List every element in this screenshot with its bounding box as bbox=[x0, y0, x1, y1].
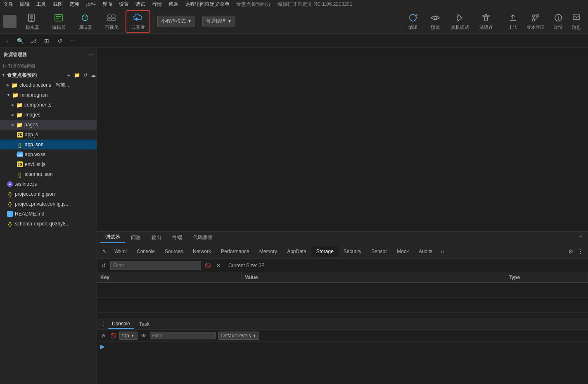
tab-performance[interactable]: Performance bbox=[216, 246, 254, 257]
tab-terminal[interactable]: 终端 bbox=[167, 232, 187, 243]
tab-sensor[interactable]: Sensor bbox=[366, 246, 392, 257]
settings-icon[interactable]: ⚙ bbox=[566, 247, 576, 256]
menu-settings[interactable]: 设置 bbox=[119, 1, 129, 8]
more-icon[interactable]: ⋯ bbox=[69, 36, 78, 45]
tree-item-miniprogram[interactable]: ▼ 📁 miniprogram bbox=[0, 90, 97, 100]
tab-debugger[interactable]: 调试器 bbox=[100, 232, 125, 243]
tab-wxml[interactable]: Wxml bbox=[109, 246, 132, 257]
tab-audits[interactable]: Audits bbox=[414, 246, 437, 257]
console-levels-select[interactable]: Default levels ▼ bbox=[218, 332, 259, 340]
console-dot-menu[interactable]: ⋮ bbox=[100, 321, 107, 327]
tab-network[interactable]: Network bbox=[188, 246, 216, 257]
version-button[interactable]: 版本管理 bbox=[523, 10, 548, 33]
wxss-file-icon: CSS bbox=[17, 151, 23, 158]
menu-help[interactable]: 帮助 bbox=[168, 1, 178, 8]
tree-item-cloudfunctions[interactable]: ▶ 📁 cloudfunctions | 当前... bbox=[0, 80, 97, 90]
console-prompt[interactable]: ▶ bbox=[100, 343, 585, 350]
tree-item-appwxss[interactable]: CSS app.wxss bbox=[0, 149, 97, 159]
tree-item-images[interactable]: ▶ 📁 images bbox=[0, 110, 97, 120]
tree-item-appjs[interactable]: JS app.js bbox=[0, 130, 97, 140]
compile-button[interactable]: 编译 bbox=[403, 10, 423, 33]
svg-rect-11 bbox=[108, 18, 111, 21]
tab-memory[interactable]: Memory bbox=[254, 246, 282, 257]
tree-item-eslint[interactable]: ● .eslintrc.js bbox=[0, 179, 97, 189]
preview-button[interactable]: 预览 bbox=[425, 10, 446, 33]
tree-item-pages[interactable]: ▶ 📁 pages bbox=[0, 120, 97, 130]
sidebar-more-icon[interactable]: ⋯ bbox=[89, 52, 94, 57]
tree-item-components[interactable]: ▶ 📁 components bbox=[0, 100, 97, 110]
tab-console-main[interactable]: Console bbox=[108, 320, 134, 329]
collapse-panel-icon[interactable]: ⌃ bbox=[576, 235, 585, 241]
new-file-icon[interactable]: + bbox=[2, 36, 12, 45]
filter-input[interactable] bbox=[110, 261, 201, 270]
upload-button[interactable]: 上传 bbox=[505, 10, 521, 33]
tab-security[interactable]: Security bbox=[339, 246, 366, 257]
folder-icon[interactable]: 📁 bbox=[73, 72, 81, 78]
editor-icon bbox=[53, 12, 64, 24]
more-options-icon[interactable]: ⋮ bbox=[576, 247, 586, 256]
detail-button[interactable]: 详情 bbox=[550, 10, 567, 33]
tree-item-sitemapjson[interactable]: {} sitemap.json bbox=[0, 169, 97, 179]
refresh-icon[interactable]: ↺ bbox=[55, 36, 64, 45]
console-block-icon[interactable]: 🚫 bbox=[109, 332, 117, 339]
real-debug-button[interactable]: 真机调试 bbox=[447, 10, 473, 33]
console-area: ⋮ Console Task ⊘ 🚫 top ▼ 👁 bbox=[97, 318, 588, 384]
section-open-editors[interactable]: ▷ 打开的编辑器 bbox=[0, 61, 97, 70]
project-root[interactable]: ▼ 食堂点餐预约 + 📁 ↺ ☁ bbox=[0, 70, 97, 80]
grid-icon[interactable]: ⊞ bbox=[42, 36, 51, 45]
tab-task[interactable]: Task bbox=[135, 320, 154, 328]
menu-tools[interactable]: 工具 bbox=[36, 1, 46, 8]
tab-code-quality[interactable]: 代码质量 bbox=[188, 232, 218, 243]
tab-output[interactable]: 输出 bbox=[147, 232, 166, 243]
refresh-tree-icon[interactable]: ↺ bbox=[83, 72, 88, 78]
filter-refresh-icon[interactable]: ↺ bbox=[100, 261, 108, 270]
visible-button[interactable]: 可视化 bbox=[99, 10, 124, 33]
menu-options[interactable]: 选项 bbox=[69, 1, 79, 8]
menu-market[interactable]: 行情 bbox=[152, 1, 162, 8]
source-control-icon[interactable]: ⎇ bbox=[29, 36, 38, 45]
console-filter-input[interactable] bbox=[150, 332, 216, 339]
menu-plugin[interactable]: 插件 bbox=[86, 1, 96, 8]
cloud-icon[interactable]: ☁ bbox=[90, 72, 97, 78]
clear-cache-button[interactable]: 清缓存 bbox=[474, 10, 498, 33]
compile-mode-select[interactable]: 普通编译 ▼ bbox=[202, 16, 235, 27]
message-button[interactable]: 消息 bbox=[568, 10, 585, 33]
tab-console[interactable]: Console bbox=[132, 246, 160, 257]
search-icon[interactable]: 🔍 bbox=[16, 36, 25, 45]
tab-appdata[interactable]: AppData bbox=[282, 246, 311, 257]
tab-mock[interactable]: Mock bbox=[392, 246, 414, 257]
debugger-button[interactable]: 调试器 bbox=[73, 10, 97, 33]
console-clear-icon[interactable]: ⊘ bbox=[100, 332, 107, 339]
console-eye-icon[interactable]: 👁 bbox=[140, 332, 147, 339]
add-icon[interactable]: + bbox=[66, 72, 71, 78]
menu-file[interactable]: 文件 bbox=[3, 1, 13, 8]
tree-item-readme[interactable]: i README.md bbox=[0, 209, 97, 219]
filter-clear-icon[interactable]: 🚫 bbox=[204, 261, 212, 270]
more-tabs-icon[interactable]: » bbox=[437, 247, 447, 256]
editor-button[interactable]: 编辑器 bbox=[46, 10, 71, 33]
menu-screenshot[interactable]: 截图 bbox=[53, 1, 63, 8]
tree-item-envlistjs[interactable]: JS envList.js bbox=[0, 159, 97, 169]
select-element-icon[interactable]: ↖ bbox=[100, 247, 109, 256]
menu-edit[interactable]: 编辑 bbox=[20, 1, 30, 8]
filter-close-icon[interactable]: ✕ bbox=[214, 261, 223, 270]
cloud-dev-button[interactable]: 云开发 bbox=[126, 10, 150, 33]
tab-storage[interactable]: Storage bbox=[311, 246, 339, 257]
cloud-dev-icon bbox=[132, 12, 144, 24]
compile-icon bbox=[407, 12, 419, 24]
folder-icon-mp: 📁 bbox=[12, 92, 19, 98]
console-context-select[interactable]: top ▼ bbox=[119, 332, 138, 340]
menu-ui[interactable]: 界面 bbox=[102, 1, 112, 8]
menu-remote[interactable]: 远程访问自定义菜单 bbox=[185, 1, 230, 8]
content-area: 调试器 问题 输出 终端 代码质量 ⌃ bbox=[97, 48, 588, 384]
tree-item-projectconfig[interactable]: {} project.config.json bbox=[0, 189, 97, 199]
menu-debug[interactable]: 调试 bbox=[135, 1, 145, 8]
mini-mode-select[interactable]: 小程序模式 ▼ bbox=[157, 16, 195, 27]
simulator-button[interactable]: 模拟器 bbox=[20, 10, 45, 33]
svg-line-28 bbox=[535, 17, 538, 20]
tab-sources[interactable]: Sources bbox=[160, 246, 188, 257]
tree-item-schema[interactable]: {} schema-export-q63hy8... bbox=[0, 219, 97, 229]
tab-issues[interactable]: 问题 bbox=[126, 232, 146, 243]
tree-item-appjson[interactable]: {} app.json bbox=[0, 140, 97, 149]
tree-item-projectprivate[interactable]: {} project.private.config.js... bbox=[0, 199, 97, 209]
